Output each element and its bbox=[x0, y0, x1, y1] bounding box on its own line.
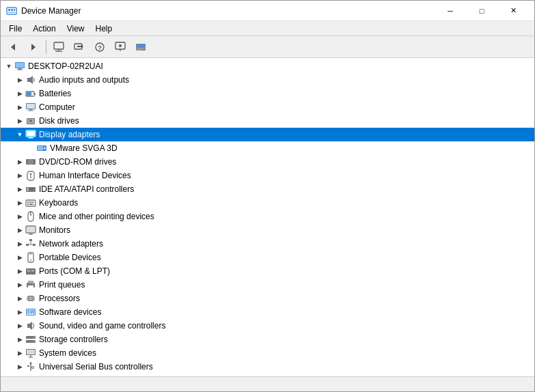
tree-label-usb: Universal Serial Bus controllers bbox=[39, 362, 153, 372]
tree-label-print: Print queues bbox=[39, 280, 85, 290]
tree-item-mice[interactable]: ▶Mice and other pointing devices bbox=[1, 210, 534, 223]
tree-item-ports[interactable]: ▶Ports (COM & LPT) bbox=[1, 264, 534, 278]
svg-rect-81 bbox=[31, 270, 34, 272]
expand-icon-network[interactable]: ▶ bbox=[14, 238, 25, 249]
expand-icon-portable[interactable]: ▶ bbox=[14, 252, 25, 263]
svg-rect-67 bbox=[27, 227, 35, 232]
tree-label-keyboards: Keyboards bbox=[39, 198, 78, 208]
expand-icon-sound[interactable]: ▶ bbox=[14, 320, 25, 331]
device-icon-network bbox=[25, 238, 36, 249]
expand-icon-software[interactable]: ▶ bbox=[14, 307, 25, 318]
svg-rect-55 bbox=[32, 188, 33, 189]
tree-item-processors[interactable]: ▶Processors bbox=[1, 292, 534, 305]
tree-label-processors: Processors bbox=[39, 294, 80, 303]
svg-rect-59 bbox=[31, 201, 33, 203]
toolbar-forward[interactable] bbox=[24, 38, 43, 56]
svg-point-77 bbox=[30, 260, 31, 261]
svg-rect-7 bbox=[54, 42, 64, 49]
expand-icon-print[interactable]: ▶ bbox=[14, 279, 25, 290]
svg-rect-80 bbox=[27, 270, 30, 272]
tree-item-computer[interactable]: ▶Computer bbox=[1, 100, 534, 114]
tree-item-usb[interactable]: ▶Universal Serial Bus controllers bbox=[1, 360, 534, 374]
expand-icon-processors[interactable]: ▶ bbox=[14, 293, 25, 304]
expand-icon-usb[interactable]: ▶ bbox=[14, 361, 25, 372]
toolbar-back[interactable] bbox=[3, 38, 23, 56]
expand-icon-computer[interactable]: ▶ bbox=[14, 102, 25, 113]
tree-label-system: System devices bbox=[39, 348, 96, 358]
tree-item-monitors[interactable]: ▶Monitors bbox=[1, 223, 534, 237]
tree-item-ide[interactable]: ▶IDE ATA/ATAPI controllers bbox=[1, 182, 534, 196]
expand-icon-ports[interactable]: ▶ bbox=[14, 266, 25, 277]
svg-rect-62 bbox=[29, 204, 33, 205]
device-icon-hid bbox=[25, 170, 36, 181]
toolbar-update-driver[interactable] bbox=[70, 38, 89, 56]
menu-action[interactable]: Action bbox=[27, 23, 61, 35]
tree-item-print[interactable]: ▶Print queues bbox=[1, 278, 534, 292]
tree-item-keyboards[interactable]: ▶Keyboards bbox=[1, 196, 534, 210]
tree-label-sound: Sound, video and game controllers bbox=[39, 321, 165, 331]
tree-item-batteries[interactable]: ▶Batteries bbox=[1, 87, 534, 100]
tree-item-dvd[interactable]: ▶DVD/CD-ROM drives bbox=[1, 155, 534, 169]
title-bar-text: Device Manager bbox=[21, 6, 435, 16]
toolbar-help[interactable]: ? bbox=[90, 38, 109, 56]
expand-icon-batteries[interactable]: ▶ bbox=[14, 88, 25, 99]
toolbar-show-hidden[interactable] bbox=[131, 38, 150, 56]
expand-icon-storage[interactable]: ▶ bbox=[14, 334, 25, 345]
expand-icon-dvd[interactable]: ▶ bbox=[14, 156, 25, 167]
expand-icon-keyboards[interactable]: ▶ bbox=[14, 197, 25, 208]
tree-item-network[interactable]: ▶Network adapters bbox=[1, 237, 534, 251]
expand-icon-hid[interactable]: ▶ bbox=[14, 170, 25, 181]
tree-label-ide: IDE ATA/ATAPI controllers bbox=[39, 184, 134, 194]
svg-point-85 bbox=[33, 283, 34, 285]
tree-item-sound[interactable]: ▶Sound, video and game controllers bbox=[1, 319, 534, 333]
tree-item-vmware[interactable]: VMware SVGA 3D bbox=[1, 141, 534, 155]
tree-item-audio[interactable]: ▶Audio inputs and outputs bbox=[1, 73, 534, 87]
svg-rect-84 bbox=[28, 285, 33, 288]
tree-root[interactable]: ▼ DESKTOP-02R2UAI bbox=[1, 59, 534, 73]
svg-rect-18 bbox=[137, 44, 145, 47]
svg-point-47 bbox=[30, 161, 31, 163]
tree-label-storage: Storage controllers bbox=[39, 335, 108, 344]
svg-point-65 bbox=[30, 214, 31, 215]
tree-label-audio: Audio inputs and outputs bbox=[39, 75, 129, 85]
expand-icon-monitors[interactable]: ▶ bbox=[14, 225, 25, 236]
root-expand-icon[interactable]: ▼ bbox=[3, 61, 14, 72]
expand-icon-disk[interactable]: ▶ bbox=[14, 115, 25, 126]
menu-help[interactable]: Help bbox=[90, 23, 118, 35]
svg-rect-3 bbox=[14, 9, 15, 11]
menu-file[interactable]: File bbox=[3, 23, 27, 35]
menu-view[interactable]: View bbox=[61, 23, 90, 35]
expand-icon-system[interactable]: ▶ bbox=[14, 348, 25, 359]
svg-rect-58 bbox=[29, 201, 31, 203]
toolbar: ? bbox=[1, 36, 534, 58]
expand-icon-mice[interactable]: ▶ bbox=[14, 211, 25, 222]
svg-marker-11 bbox=[77, 44, 83, 48]
toolbar-properties[interactable] bbox=[49, 38, 68, 56]
tree-label-disk: Disk drives bbox=[39, 116, 79, 126]
maximize-button[interactable]: □ bbox=[466, 1, 497, 21]
expand-icon-ide[interactable]: ▶ bbox=[14, 184, 25, 195]
tree-item-system[interactable]: ▶System devices bbox=[1, 346, 534, 360]
expand-icon-display[interactable]: ▼ bbox=[14, 129, 25, 140]
device-icon-system bbox=[25, 348, 36, 359]
tree-label-computer: Computer bbox=[39, 102, 75, 112]
tree-item-software[interactable]: ▶SWSoftware devices bbox=[1, 305, 534, 319]
tree-item-storage[interactable]: ▶Storage controllers bbox=[1, 333, 534, 346]
svg-marker-97 bbox=[27, 324, 29, 328]
tree-label-hid: Human Interface Devices bbox=[39, 171, 131, 180]
device-icon-usb bbox=[25, 361, 36, 372]
minimize-button[interactable]: ─ bbox=[435, 1, 466, 21]
expand-icon-audio[interactable]: ▶ bbox=[14, 74, 25, 85]
svg-text:SW: SW bbox=[27, 309, 35, 314]
tree-label-dvd: DVD/CD-ROM drives bbox=[39, 157, 116, 167]
close-button[interactable]: ✕ bbox=[497, 1, 529, 21]
toolbar-scan[interactable] bbox=[111, 38, 130, 56]
tree-label-batteries: Batteries bbox=[39, 89, 71, 98]
svg-point-102 bbox=[33, 341, 35, 342]
svg-rect-52 bbox=[27, 188, 29, 191]
tree-item-hid[interactable]: ▶Human Interface Devices bbox=[1, 169, 534, 182]
tree-item-disk[interactable]: ▶Disk drives bbox=[1, 114, 534, 128]
tree-item-display[interactable]: ▼Display adapters bbox=[1, 128, 534, 141]
tree-content[interactable]: ▼ DESKTOP-02R2UAI ▶Audio inputs and outp… bbox=[1, 58, 534, 376]
tree-item-portable[interactable]: ▶Portable Devices bbox=[1, 251, 534, 264]
